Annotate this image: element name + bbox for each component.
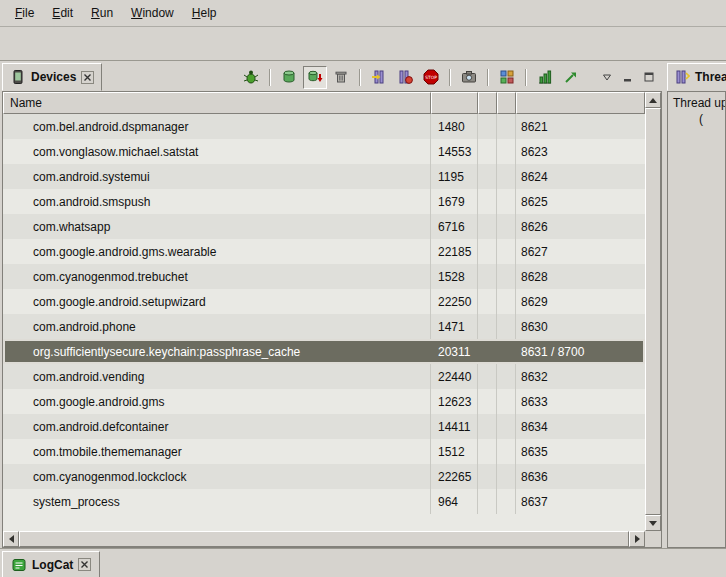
close-icon[interactable] xyxy=(78,558,91,571)
debug-icon[interactable] xyxy=(239,66,263,89)
update-threads-icon[interactable] xyxy=(367,66,391,89)
tracing-icon[interactable] xyxy=(559,66,583,89)
scroll-left-button[interactable] xyxy=(3,531,19,547)
process-col4 xyxy=(497,114,516,139)
column-header-port[interactable] xyxy=(516,92,645,114)
scrollbar-corner xyxy=(645,531,661,547)
screen-capture-icon[interactable] xyxy=(457,66,481,89)
process-col3 xyxy=(478,414,497,439)
menu-item[interactable]: Window xyxy=(122,2,183,24)
table-row[interactable]: com.android.smspush 1679 8625 xyxy=(3,189,645,214)
process-port: 8630 xyxy=(516,314,645,339)
process-col4 xyxy=(497,139,516,164)
sysinfo-icon[interactable] xyxy=(533,66,557,89)
process-port: 8624 xyxy=(516,164,645,189)
close-icon[interactable] xyxy=(81,71,94,84)
devices-view: Devices xyxy=(2,62,662,548)
tab-threads[interactable]: Threads xyxy=(667,63,726,91)
process-port: 8627 xyxy=(516,239,645,264)
view-menu-icon[interactable] xyxy=(597,68,616,87)
menu-item[interactable]: File xyxy=(6,2,43,24)
process-col4 xyxy=(497,364,516,389)
table-row[interactable]: com.android.phone 1471 8630 xyxy=(3,314,645,339)
process-port: 8628 xyxy=(516,264,645,289)
toolbar-strip xyxy=(0,27,726,61)
scroll-right-button[interactable] xyxy=(629,531,645,547)
process-pid: 20311 xyxy=(431,339,478,364)
table-row[interactable]: com.tmobile.thememanager 1512 8635 xyxy=(3,439,645,464)
scroll-up-button[interactable] xyxy=(645,92,661,108)
process-name: com.tmobile.thememanager xyxy=(3,439,431,464)
table-row[interactable]: com.cyanogenmod.lockclock 22265 8636 xyxy=(3,464,645,489)
process-name: com.whatsapp xyxy=(3,214,431,239)
table-filler xyxy=(3,514,645,531)
toolbar-separator xyxy=(525,69,527,86)
tab-logcat[interactable]: LogCat xyxy=(2,551,100,577)
scroll-down-button[interactable] xyxy=(645,515,661,531)
process-col3 xyxy=(478,114,497,139)
table-row[interactable]: com.cyanogenmod.trebuchet 1528 8628 xyxy=(3,264,645,289)
process-port: 8635 xyxy=(516,439,645,464)
report-icon[interactable] xyxy=(495,66,519,89)
vertical-scrollbar[interactable] xyxy=(645,92,661,531)
table-row[interactable]: com.bel.android.dspmanager 1480 8621 xyxy=(3,114,645,139)
process-name: com.android.defcontainer xyxy=(3,414,431,439)
process-col3 xyxy=(478,139,497,164)
process-port: 8632 xyxy=(516,364,645,389)
process-port: 8629 xyxy=(516,289,645,314)
process-col4 xyxy=(497,389,516,414)
table-row[interactable]: com.google.android.gms 12623 8633 xyxy=(3,389,645,414)
process-col3 xyxy=(478,464,497,489)
update-heap-icon[interactable] xyxy=(277,66,301,89)
process-col4 xyxy=(497,239,516,264)
process-col4 xyxy=(497,189,516,214)
table-row[interactable]: com.whatsapp 6716 8626 xyxy=(3,214,645,239)
process-col4 xyxy=(497,289,516,314)
table-row[interactable]: com.android.vending 22440 8632 xyxy=(3,364,645,389)
menu-item[interactable]: Run xyxy=(82,2,122,24)
menu-item[interactable]: Help xyxy=(183,2,226,24)
process-col4 xyxy=(497,339,516,364)
process-col4 xyxy=(497,464,516,489)
process-pid: 1528 xyxy=(431,264,478,289)
process-pid: 22250 xyxy=(431,289,478,314)
toolbar-separator xyxy=(269,69,271,86)
process-col4 xyxy=(497,264,516,289)
process-name: com.google.android.gms.wearable xyxy=(3,239,431,264)
process-col3 xyxy=(478,339,497,364)
menu-item[interactable]: Edit xyxy=(43,2,82,24)
horizontal-scrollbar[interactable] xyxy=(3,531,645,547)
process-name: com.android.systemui xyxy=(3,164,431,189)
maximize-icon[interactable] xyxy=(639,68,658,87)
process-col3 xyxy=(478,189,497,214)
table-row[interactable]: com.android.defcontainer 14411 8634 xyxy=(3,414,645,439)
tab-devices[interactable]: Devices xyxy=(2,63,102,91)
column-header-col4[interactable] xyxy=(497,92,516,114)
process-pid: 1471 xyxy=(431,314,478,339)
process-col3 xyxy=(478,239,497,264)
cause-gc-icon[interactable] xyxy=(329,66,353,89)
svg-text:STOP: STOP xyxy=(425,75,437,80)
method-profiling-icon[interactable] xyxy=(393,66,417,89)
dump-hprof-icon[interactable] xyxy=(303,66,327,89)
horizontal-scroll-thumb[interactable] xyxy=(19,531,629,547)
process-col3 xyxy=(478,164,497,189)
table-header: Name xyxy=(3,92,645,114)
column-header-col3[interactable] xyxy=(478,92,497,114)
process-pid: 1679 xyxy=(431,189,478,214)
vertical-scroll-thumb[interactable] xyxy=(645,108,661,515)
devices-tabbar: Devices xyxy=(2,62,662,91)
minimize-icon[interactable] xyxy=(618,68,637,87)
process-pid: 22185 xyxy=(431,239,478,264)
table-row[interactable]: com.android.systemui 1195 8624 xyxy=(3,164,645,189)
table-row[interactable]: system_process 964 8637 xyxy=(3,489,645,514)
table-row[interactable]: com.google.android.gms.wearable 22185 86… xyxy=(3,239,645,264)
table-row[interactable]: com.vonglasow.michael.satstat 14553 8623 xyxy=(3,139,645,164)
table-row[interactable]: org.sufficientlysecure.keychain:passphra… xyxy=(3,339,645,364)
column-header-name[interactable]: Name xyxy=(3,92,431,114)
tab-logcat-label: LogCat xyxy=(32,558,73,572)
stop-process-icon[interactable]: STOP xyxy=(419,66,443,89)
column-header-pid[interactable] xyxy=(431,92,478,114)
process-pid: 22265 xyxy=(431,464,478,489)
table-row[interactable]: com.google.android.setupwizard 22250 862… xyxy=(3,289,645,314)
